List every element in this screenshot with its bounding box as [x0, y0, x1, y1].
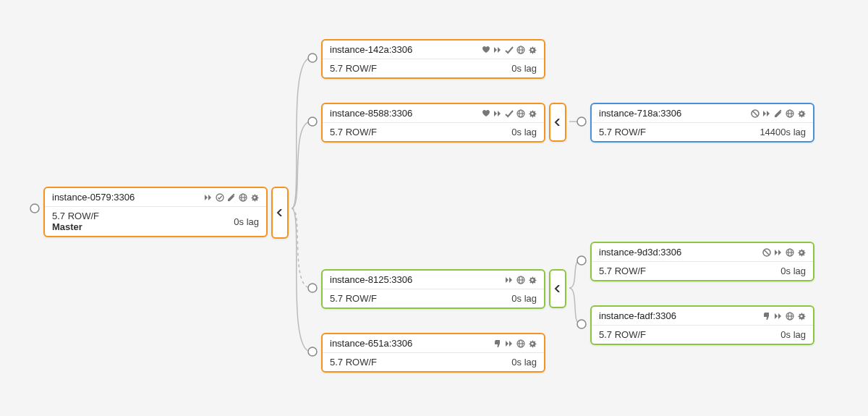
svg-point-13 — [531, 112, 533, 114]
node-version: 5.7 ROW/F — [330, 357, 377, 368]
node-version: 5.7 ROW/F — [330, 293, 377, 304]
node-version: 5.7 ROW/F — [330, 127, 377, 137]
node-version: 5.7 ROW/F — [599, 127, 646, 137]
port-nfadf — [577, 320, 586, 328]
gear-icon[interactable] — [797, 312, 806, 321]
node-icons-n651a[interactable] — [493, 339, 537, 348]
node-lag: 0s lag — [234, 216, 259, 227]
node-icons-n718a[interactable] — [751, 109, 806, 118]
gear-icon[interactable] — [528, 109, 537, 118]
node-version: 5.7 ROW/F — [52, 211, 99, 221]
port-n718a — [577, 117, 586, 126]
gear-icon[interactable] — [528, 276, 537, 284]
ban-icon[interactable] — [762, 248, 771, 257]
globe-icon[interactable] — [786, 109, 794, 118]
node-icons-n9d3d[interactable] — [762, 248, 806, 257]
forward-icon[interactable] — [204, 193, 213, 202]
collapse-tab-n8125[interactable] — [549, 269, 566, 308]
node-n8125[interactable]: instance-8125:3306 5.7 ROW/F 0s lag — [321, 269, 545, 309]
check-icon[interactable] — [505, 109, 514, 118]
node-icons-n8125[interactable] — [505, 276, 537, 284]
chevron-left-icon — [554, 285, 561, 292]
forward-icon[interactable] — [505, 339, 514, 348]
port-n9d3d — [577, 256, 586, 265]
gear-icon[interactable] — [797, 109, 806, 118]
node-title: instance-718a:3306 — [599, 108, 681, 119]
check-icon[interactable] — [505, 46, 514, 54]
node-lag: 14400s lag — [760, 127, 806, 137]
chevron-left-icon — [554, 119, 561, 126]
gear-icon[interactable] — [250, 193, 259, 202]
node-n8588[interactable]: instance-8588:3306 5.7 ROW/F 0s lag — [321, 103, 545, 143]
globe-icon[interactable] — [516, 109, 525, 118]
port-n142a — [308, 54, 317, 62]
node-lag: 0s lag — [780, 266, 806, 276]
node-title: instance-142a:3306 — [330, 44, 412, 55]
thumbs-down-icon[interactable] — [493, 339, 502, 348]
node-icons-nfadf[interactable] — [762, 312, 806, 321]
port-master — [30, 204, 39, 213]
edit-icon[interactable] — [227, 193, 236, 202]
port-n8588 — [308, 117, 317, 126]
node-icons-master[interactable] — [204, 193, 259, 202]
node-n142a[interactable]: instance-142a:3306 5.7 ROW/F 0s lag — [321, 39, 545, 79]
heart-icon[interactable] — [482, 109, 490, 118]
globe-icon[interactable] — [516, 46, 525, 54]
node-nfadf[interactable]: instance-fadf:3306 5.7 ROW/F 0s lag — [590, 305, 814, 345]
svg-line-26 — [765, 250, 770, 255]
forward-icon[interactable] — [774, 312, 783, 321]
forward-icon[interactable] — [493, 109, 502, 118]
node-title: instance-9d3d:3306 — [599, 247, 681, 258]
svg-point-34 — [800, 315, 802, 317]
globe-icon[interactable] — [239, 193, 247, 202]
node-version: 5.7 ROW/F — [599, 266, 646, 276]
port-n651a — [308, 347, 317, 356]
globe-icon[interactable] — [516, 276, 525, 284]
node-icons-n8588[interactable] — [482, 109, 537, 118]
svg-point-20 — [800, 112, 802, 114]
thumbs-down-icon[interactable] — [762, 312, 771, 321]
node-title: instance-0579:3306 — [52, 192, 135, 203]
collapse-tab-n8588[interactable] — [549, 103, 566, 142]
node-role: Master — [52, 221, 82, 232]
chevron-left-icon — [276, 209, 284, 216]
svg-point-9 — [531, 48, 533, 51]
node-icons-n142a[interactable] — [482, 46, 537, 54]
node-master[interactable]: instance-0579:3306 5.7 ROW/F Master 0s l… — [43, 187, 268, 237]
node-lag: 0s lag — [511, 63, 537, 74]
node-version: 5.7 ROW/F — [599, 329, 646, 340]
node-lag: 0s lag — [511, 127, 537, 137]
gear-icon[interactable] — [528, 46, 537, 54]
forward-icon[interactable] — [774, 248, 783, 257]
svg-point-24 — [531, 279, 533, 281]
edit-icon[interactable] — [774, 109, 783, 118]
globe-icon[interactable] — [786, 248, 794, 257]
node-title: instance-8588:3306 — [330, 108, 412, 119]
forward-icon[interactable] — [505, 276, 514, 284]
check-badge-icon[interactable] — [216, 193, 224, 202]
gear-icon[interactable] — [797, 248, 806, 257]
node-lag: 0s lag — [511, 357, 537, 368]
node-version: 5.7 ROW/F — [330, 63, 377, 74]
port-n8125 — [308, 284, 317, 292]
collapse-tab-master[interactable] — [271, 187, 289, 239]
node-title: instance-651a:3306 — [330, 338, 412, 349]
node-n718a[interactable]: instance-718a:3306 5.7 ROW/F 14400s lag — [590, 103, 814, 143]
heart-icon[interactable] — [482, 46, 490, 54]
node-n651a[interactable]: instance-651a:3306 5.7 ROW/F 0s lag — [321, 333, 545, 373]
forward-icon[interactable] — [493, 46, 502, 54]
node-n9d3d[interactable]: instance-9d3d:3306 5.7 ROW/F 0s lag — [590, 242, 814, 281]
gear-icon[interactable] — [528, 339, 537, 348]
ban-icon[interactable] — [751, 109, 760, 118]
globe-icon[interactable] — [786, 312, 794, 321]
node-lag: 0s lag — [511, 293, 537, 304]
svg-point-5 — [253, 196, 255, 198]
forward-icon[interactable] — [762, 109, 771, 118]
node-title: instance-8125:3306 — [330, 274, 412, 285]
svg-point-30 — [800, 251, 802, 253]
node-title: instance-fadf:3306 — [599, 310, 676, 321]
svg-line-15 — [753, 111, 758, 116]
globe-icon[interactable] — [516, 339, 525, 348]
node-lag: 0s lag — [780, 329, 806, 340]
svg-point-38 — [531, 342, 533, 344]
